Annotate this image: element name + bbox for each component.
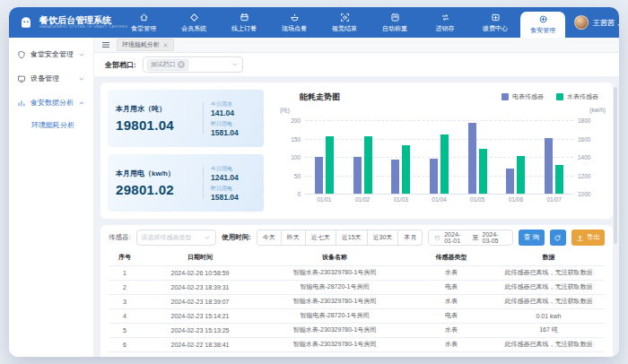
bar-water (402, 145, 410, 194)
nav-item-food-safety[interactable]: 食安管理 (520, 12, 565, 38)
right-axis-caption: (kw/h) (589, 107, 606, 113)
left-axis-tick: 150 (291, 135, 301, 142)
nav-item-payment-center[interactable]: 缴费中心 (470, 7, 520, 38)
quick-range-group: 今天昨天近七天近15天近30天本月 (257, 230, 423, 246)
x-axis-label: 01/03 (381, 196, 420, 203)
stat-side-label: 昨日用电 (211, 120, 256, 128)
user-avatar[interactable] (574, 15, 589, 30)
date-end: 2024-03-05 (483, 231, 507, 244)
quick-range-button[interactable]: 本月 (398, 230, 423, 246)
table-column-header: 传感器类型 (410, 250, 493, 265)
nav-item-inventory[interactable]: 进销存 (420, 7, 470, 38)
scan-icon (340, 13, 350, 22)
app-subtitle: MANAGEMENT SYSTEM OF SMART CANTEEN (39, 25, 127, 30)
quick-range-button[interactable]: 近七天 (306, 230, 336, 246)
table-cell: 6 (109, 337, 141, 351)
bar-group: 01/04 (420, 120, 458, 194)
chart-gridline (305, 194, 573, 195)
left-axis-tick: 0 (297, 191, 301, 197)
search-button-label: 查 询 (524, 233, 539, 242)
legend-swatch (502, 93, 509, 100)
stat-title: 本月用水（吨） (116, 104, 196, 114)
table-cell: 1 (109, 265, 141, 280)
table-cell: 水表 (410, 265, 493, 280)
x-axis-label: 01/05 (458, 196, 497, 203)
table-column-header: 日期时间 (141, 250, 259, 265)
table-cell: 167 吨 (493, 323, 605, 337)
sensor-type-select[interactable]: 请选择传感器类型 (136, 230, 217, 246)
stall-select[interactable]: 测试档口 ✕ (143, 56, 243, 73)
legend-item[interactable]: 电表传感器 (502, 92, 544, 101)
bar-electric (430, 159, 438, 194)
nav-item-auto-weigh[interactable]: 自动称重 (370, 7, 420, 38)
left-axis-tick: 100 (291, 154, 301, 160)
device-icon (17, 74, 26, 83)
sidebar-item-label: 食堂安全管理 (31, 49, 74, 59)
chevron-down-icon (78, 75, 85, 82)
table-cell: 智能电表-28720-1号房间 (259, 308, 410, 323)
stat-side-label: 今日用水 (211, 100, 256, 108)
x-axis-label: 01/04 (420, 196, 458, 203)
nav-item-vision-checkout[interactable]: 视觉结算 (319, 7, 370, 38)
nav-item-label: 线上订餐 (231, 24, 257, 33)
table-row: 52024-02-23 15:13:25智能水表-230329780-1号房间水… (109, 323, 605, 337)
table-cell: 智能水表-230329780-1号房间 (259, 265, 410, 280)
nav-item-label: 自动称重 (382, 24, 407, 33)
nav-item-canteen-mgmt[interactable]: 食堂管理 (118, 7, 169, 38)
quick-range-button[interactable]: 今天 (257, 230, 282, 246)
table-row: 32024-02-23 18:39:07智能水表-230329780-1号房间水… (109, 294, 605, 308)
nav-item-onsite-order[interactable]: 现场点餐 (269, 7, 319, 38)
quick-range-button[interactable]: 近15天 (336, 230, 368, 246)
quick-range-button[interactable]: 昨天 (282, 230, 306, 246)
sidebar-item-label: 食安数据分析 (31, 98, 74, 108)
quick-range-button[interactable]: 近30天 (368, 230, 399, 246)
nav-item-label: 会员系统 (181, 24, 206, 33)
bar-electric (391, 160, 399, 194)
sidebar-item-device-mgmt[interactable]: 设备管理 (9, 66, 93, 91)
legend-label: 水表传感器 (567, 92, 598, 101)
vertical-scrollbar[interactable] (614, 87, 617, 244)
export-button[interactable]: 导出 (571, 230, 605, 246)
legend-item[interactable]: 水表传感器 (556, 92, 598, 101)
bar-water (364, 136, 372, 194)
analysis-icon (17, 99, 26, 108)
time-label: 使用时间: (222, 233, 251, 242)
search-button[interactable]: 查 询 (519, 230, 545, 246)
tab-close-icon[interactable] (162, 42, 169, 48)
user-area[interactable]: 王茜茜，采购经理 ⋮ (565, 7, 619, 38)
table-cell: 此传感器已离线，无法获取数据 (493, 280, 605, 294)
bar-water (440, 134, 449, 194)
sidebar: 食堂安全管理设备管理食安数据分析环境能耗分析 (9, 38, 94, 357)
sidebar-subitem-env-energy-analysis[interactable]: 环境能耗分析 (9, 115, 93, 134)
chart-plot: 0100050120010014001501600200180001/0101/… (305, 120, 573, 194)
nav-item-label: 进销存 (436, 24, 455, 33)
right-axis-tick: 1600 (578, 135, 590, 142)
tag-close-icon[interactable]: ✕ (178, 61, 185, 68)
tab-env-energy[interactable]: 环境能耗分析 (117, 39, 174, 51)
plus-circle-icon (538, 14, 548, 24)
safety-icon (17, 50, 26, 59)
sidebar-item-label: 设备管理 (31, 74, 59, 83)
collapse-menu-icon[interactable] (101, 40, 110, 49)
table-cell: 水表 (410, 323, 493, 337)
table-row: 22024-02-23 18:39:31智能电表-28720-1号房间电表此传感… (109, 280, 605, 294)
tabbar: 环境能耗分析 (94, 38, 619, 53)
sidebar-item-canteen-safety[interactable]: 食堂安全管理 (9, 42, 93, 66)
tab-label: 环境能耗分析 (122, 40, 160, 49)
table-cell: 0.01 kwh (493, 308, 605, 323)
upload-icon (576, 234, 584, 242)
table-column-header: 设备名称 (259, 250, 410, 265)
table-column-header: 序号 (109, 250, 141, 265)
refresh-button[interactable] (550, 230, 566, 246)
table-cell: 2 (109, 280, 141, 294)
right-axis-tick: 1200 (578, 172, 590, 178)
stat-side-value: 1241.04 (211, 173, 256, 182)
nav-item-online-order[interactable]: 线上订餐 (219, 7, 269, 38)
date-range-picker[interactable]: 2024-01-01 至 2024-03-05 (428, 230, 513, 246)
stat-side-value: 141.04 (211, 108, 256, 117)
nav-item-member-system[interactable]: 会员系统 (169, 7, 219, 38)
sidebar-item-food-data-analysis[interactable]: 食安数据分析 (9, 91, 93, 115)
brand: 餐饮后台管理系统 MANAGEMENT SYSTEM OF SMART CANT… (9, 7, 118, 38)
top-header: 餐饮后台管理系统 MANAGEMENT SYSTEM OF SMART CANT… (9, 7, 619, 38)
chevron-up-icon (78, 100, 85, 107)
